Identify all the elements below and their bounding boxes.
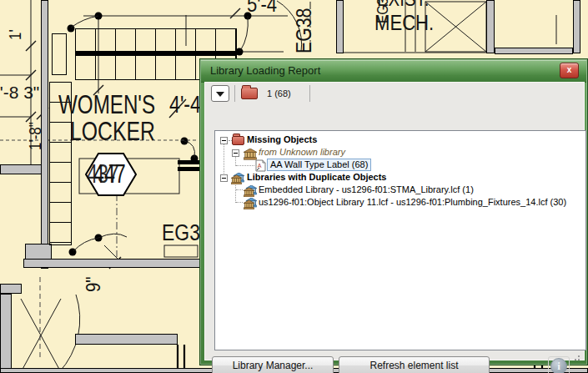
info-icon: i (550, 358, 567, 373)
wall (75, 334, 178, 345)
dimension-label: 1' (7, 29, 23, 40)
missing-count-label: 1 (68) (267, 88, 291, 98)
wall (0, 284, 22, 294)
door-tag-label: EG38 (294, 8, 314, 53)
collapse-toggle-missing-objects[interactable] (220, 137, 228, 144)
toolbar-separator (234, 85, 235, 102)
plan-detail-outline (52, 33, 67, 75)
close-button[interactable]: x (560, 63, 579, 78)
wall (25, 244, 52, 260)
tree-connector (236, 202, 243, 203)
duplicate-libraries-icon (231, 173, 244, 184)
wall (0, 294, 12, 373)
duplicate-libraries-icon (244, 185, 257, 197)
tree-item-object-library[interactable]: us1296-f01:Object Library 11.lcf - us129… (259, 196, 566, 209)
tree-connector (236, 165, 254, 166)
screen: WOMEN'S 4'-4" LOCKER 437 447 EG38 MECH. … (0, 0, 588, 373)
dimension-label: 5'-4 (247, 0, 277, 15)
refresh-element-list-button[interactable]: Refresh element list (339, 356, 490, 373)
tree-item-missing-objects[interactable]: Missing Objects (247, 134, 317, 146)
resize-grip[interactable] (572, 350, 580, 357)
wall (23, 259, 202, 268)
label-object-icon: A (255, 159, 266, 172)
tree-item-selected-aa-wall-type-label[interactable]: AA Wall Type Label (68) (267, 159, 371, 171)
svg-text:A: A (258, 163, 262, 169)
dimension-label: 9" (83, 276, 103, 292)
library-icon (244, 149, 257, 160)
dimension-label: 1'-8" (27, 122, 43, 150)
tree-connector (224, 144, 224, 175)
dimension-label: 1'-8 3" (0, 83, 39, 101)
collapse-toggle-unknown-library[interactable] (232, 149, 239, 157)
library-loading-report-dialog: Library Loading Report x 1 (68) (199, 58, 588, 365)
tree-item-duplicates-header[interactable]: Libraries with Duplicate Objects (247, 171, 387, 184)
duplicate-libraries-icon (244, 198, 257, 209)
wall (486, 0, 495, 53)
missing-objects-folder-icon[interactable] (241, 88, 258, 99)
wall (0, 164, 42, 174)
tree-item-embedded-library[interactable]: Embedded Library - us1296-f01:STMA_Libra… (259, 184, 474, 196)
dialog-title: Library Loading Report (210, 60, 320, 82)
tree-item-from-unknown-library[interactable]: from Unknown library (259, 146, 345, 159)
room-tag-number: 447 (93, 161, 126, 187)
wall (573, 0, 580, 53)
filter-dropdown-button[interactable] (211, 85, 229, 102)
wall-section-bars (178, 160, 202, 171)
dialog-titlebar[interactable]: Library Loading Report x (201, 60, 586, 83)
tree-connector (236, 189, 243, 190)
room-name-label: WOMEN'S (58, 92, 155, 118)
room-name-label: LOCKER (70, 118, 155, 144)
dialog-client-area: 1 (68) Missing Objects (204, 82, 585, 360)
library-manager-button[interactable]: Library Manager... (212, 356, 334, 373)
wall (495, 48, 573, 54)
info-button[interactable]: i (548, 356, 570, 373)
toolbar-separator (309, 85, 310, 102)
tree-connector (235, 182, 236, 203)
locker-bank-row (75, 28, 237, 52)
wall (336, 0, 344, 53)
collapse-toggle-duplicates[interactable] (220, 174, 228, 182)
folder-icon (232, 136, 244, 145)
close-icon: x (567, 65, 572, 74)
chevron-down-icon (216, 92, 224, 97)
report-tree[interactable]: Missing Objects from Unknown library A (214, 130, 586, 350)
door-tag-label: EG39 (375, 0, 390, 23)
